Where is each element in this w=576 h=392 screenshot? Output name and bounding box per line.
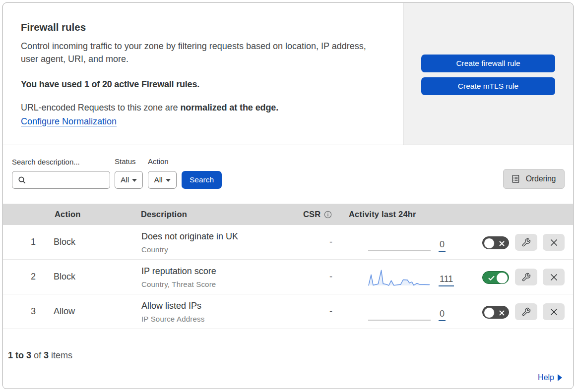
intro-panel: Firewall rules Control incoming traffic …	[3, 3, 403, 145]
top-section: Firewall rules Control incoming traffic …	[3, 3, 573, 145]
table-row: 1BlockDoes not originate in UKCountry-0	[3, 225, 573, 260]
create-mtls-rule-button[interactable]: Create mTLS rule	[421, 77, 555, 95]
rule-action: Allow	[54, 294, 75, 329]
close-icon	[550, 239, 558, 246]
column-header-csr: CSR	[303, 204, 332, 225]
column-header-description: Description	[141, 204, 187, 225]
rule-criteria: IP Source Address	[141, 314, 204, 324]
rules-table-body: 1BlockDoes not originate in UKCountry-02…	[3, 225, 573, 329]
close-icon	[550, 308, 558, 316]
toggle-knob	[484, 238, 495, 249]
rule-description-cell: IP reputation scoreCountry, Threat Score	[141, 266, 216, 289]
normalization-note: URL-encoded Requests to this zone are no…	[21, 102, 278, 113]
normalization-note-text: URL-encoded Requests to this zone are	[21, 103, 178, 112]
help-arrow-icon	[558, 374, 562, 381]
column-header-action: Action	[55, 204, 81, 225]
activity-sparkline	[368, 234, 431, 252]
delete-rule-button[interactable]	[543, 303, 565, 320]
filter-bar: Search description... Status All Action …	[3, 145, 573, 204]
items-count: 1 to 3 of 3 items	[8, 349, 72, 361]
chevron-down-icon	[132, 179, 137, 182]
items-total: 3	[44, 350, 49, 360]
action-filter-select[interactable]: All	[148, 171, 177, 189]
wrench-icon	[521, 238, 531, 247]
table-header: Action Description CSR Activity last 24h…	[3, 204, 573, 225]
rule-description-cell: Allow listed IPsIP Source Address	[141, 300, 204, 324]
toggle-knob	[484, 307, 495, 318]
delete-rule-button[interactable]	[543, 269, 565, 285]
items-range: 1 to 3	[8, 350, 31, 360]
csr-label: CSR	[303, 210, 320, 219]
rule-csr: -	[318, 294, 344, 329]
usage-summary: You have used 1 of 20 active Firewall ru…	[21, 79, 199, 90]
ordering-list-icon	[512, 175, 519, 183]
action-filter-label: Action	[148, 157, 169, 166]
close-icon	[550, 274, 558, 281]
help-bar: Help	[3, 365, 573, 388]
edit-rule-button[interactable]	[515, 269, 537, 285]
create-firewall-rule-button[interactable]: Create firewall rule	[421, 55, 555, 72]
status-filter-label: Status	[115, 157, 136, 166]
rule-description: Does not originate in UK	[141, 231, 238, 242]
firewall-rules-card: Firewall rules Control incoming traffic …	[2, 2, 574, 389]
status-filter-value: All	[121, 175, 129, 184]
x-icon	[499, 241, 505, 246]
rule-criteria: Country	[141, 245, 238, 254]
search-label: Search description...	[12, 158, 80, 167]
rule-priority: 1	[20, 225, 47, 259]
help-label: Help	[538, 373, 554, 383]
activity-count-link[interactable]: 111	[439, 273, 454, 286]
wrench-icon	[521, 273, 531, 282]
wrench-icon	[521, 307, 531, 317]
page-description: Control incoming traffic to your zone by…	[21, 40, 373, 65]
column-header-activity: Activity last 24hr	[349, 204, 416, 225]
table-row: 2BlockIP reputation scoreCountry, Threat…	[3, 260, 573, 294]
configure-normalization-link[interactable]: Configure Normalization	[21, 116, 117, 126]
search-input[interactable]	[12, 171, 110, 189]
normalization-note-bold: normalized at the edge.	[180, 103, 278, 112]
search-input-field[interactable]	[30, 172, 110, 187]
ordering-button[interactable]: Ordering	[503, 169, 565, 189]
rule-enabled-toggle[interactable]	[482, 306, 509, 319]
search-icon	[18, 176, 26, 184]
search-button[interactable]: Search	[182, 171, 222, 189]
cta-panel: Create firewall rule Create mTLS rule	[403, 3, 573, 145]
rule-description: Allow listed IPs	[141, 300, 204, 312]
table-row: 3AllowAllow listed IPsIP Source Address-…	[3, 294, 573, 329]
ordering-button-label: Ordering	[526, 174, 556, 183]
action-filter-value: All	[154, 175, 162, 184]
rule-criteria: Country, Threat Score	[141, 280, 216, 289]
edit-rule-button[interactable]	[515, 303, 537, 320]
rule-priority: 2	[20, 260, 47, 294]
rule-action: Block	[54, 260, 75, 294]
rule-enabled-toggle[interactable]	[482, 236, 509, 249]
rule-enabled-toggle[interactable]	[482, 271, 509, 284]
rule-csr: -	[318, 225, 344, 259]
chevron-down-icon	[166, 179, 171, 182]
items-of: of	[34, 350, 41, 360]
delete-rule-button[interactable]	[543, 234, 565, 251]
items-word: items	[51, 350, 72, 360]
edit-rule-button[interactable]	[515, 234, 537, 251]
status-filter-select[interactable]: All	[115, 171, 143, 189]
table-footer: 1 to 3 of 3 items	[3, 329, 573, 365]
activity-count-link[interactable]: 0	[439, 308, 446, 321]
activity-sparkline	[368, 269, 431, 286]
rule-description-cell: Does not originate in UKCountry	[141, 231, 238, 254]
x-icon	[499, 310, 505, 316]
rule-priority: 3	[20, 294, 47, 329]
page-title: Firewall rules	[21, 20, 86, 34]
activity-sparkline	[368, 303, 431, 321]
toggle-knob	[497, 273, 508, 283]
rule-description: IP reputation score	[141, 266, 216, 277]
check-icon	[488, 276, 495, 281]
rule-action: Block	[54, 225, 75, 259]
info-icon[interactable]	[324, 211, 332, 219]
help-link[interactable]: Help	[538, 373, 562, 383]
rule-csr: -	[318, 260, 344, 294]
activity-count-link[interactable]: 0	[439, 238, 446, 252]
